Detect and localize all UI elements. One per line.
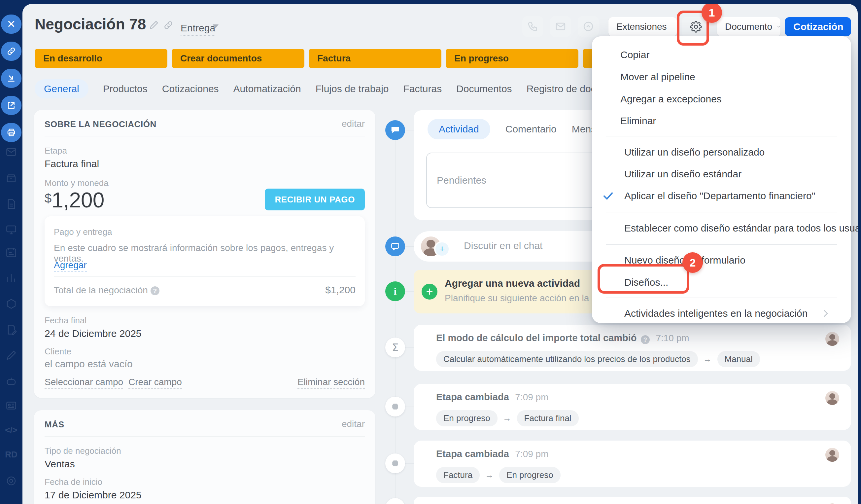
- print-button[interactable]: [1, 123, 22, 142]
- stage-bar-1[interactable]: En desarrollo: [35, 49, 167, 68]
- start-date-value[interactable]: 17 de Diciembre 2025: [44, 489, 142, 501]
- menu-item-eliminar[interactable]: Eliminar: [620, 114, 656, 128]
- edit-about-link[interactable]: editar: [342, 119, 365, 129]
- close-panel-button[interactable]: ✕: [1, 15, 22, 34]
- quote-button[interactable]: Cotización: [785, 17, 851, 36]
- menu-item-mover-al-pipeline[interactable]: Mover al pipeline: [620, 70, 695, 84]
- tasks-icon[interactable]: [5, 246, 18, 259]
- pipeline-selector[interactable]: Entrega: [181, 23, 215, 36]
- stage-bar-3[interactable]: Factura: [309, 49, 441, 68]
- timeline-tab-comentario[interactable]: Comentario: [505, 119, 557, 139]
- delete-section-link[interactable]: Eliminar sección: [298, 377, 365, 389]
- pencil-icon[interactable]: [5, 349, 18, 362]
- timeline-entry: Etapa cambiada 7:09 pm Factura → En prog…: [414, 440, 851, 487]
- client-empty-value[interactable]: el campo está vacío: [44, 358, 133, 370]
- receive-payment-button[interactable]: RECIBIR UN PAGO: [265, 189, 365, 210]
- copy-link-button[interactable]: [1, 42, 22, 61]
- change-to-chip: En progreso: [499, 467, 561, 483]
- final-date-label: Fecha final: [44, 315, 86, 326]
- timeline-connector: [405, 463, 414, 464]
- deal-type-value[interactable]: Ventas: [44, 459, 75, 469]
- entry-title-row: Etapa cambiada 7:09 pm: [436, 392, 548, 403]
- menu-item-diseno-estandar[interactable]: Utilizar un diseño estándar: [624, 167, 741, 181]
- create-field-link[interactable]: Crear campo: [128, 377, 182, 389]
- sum-marker-icon: Σ: [385, 338, 405, 357]
- tab-facturas[interactable]: Facturas: [403, 79, 442, 98]
- tab-flujos[interactable]: Flujos de trabajo: [316, 79, 389, 98]
- menu-item-agregar-a-excepciones[interactable]: Agregar a excepciones: [620, 92, 722, 106]
- stage-bar-2[interactable]: Crear documentos: [172, 49, 304, 68]
- id-card-icon[interactable]: [5, 399, 18, 412]
- final-date-value[interactable]: 24 de Diciembre 2025: [44, 328, 142, 339]
- menu-item-aplicar-diseno[interactable]: Aplicar el diseño "Departamento financie…: [624, 189, 815, 203]
- call-button[interactable]: [522, 16, 543, 37]
- extensions-button[interactable]: Extensiones: [609, 17, 677, 36]
- tab-cotizaciones[interactable]: Cotizaciones: [162, 79, 219, 98]
- help-icon[interactable]: ?: [641, 335, 650, 344]
- code-icon[interactable]: </>: [5, 423, 18, 437]
- stage-marker-icon: [385, 453, 405, 473]
- main-panel: Negociación 78 Entrega Extensiones Docum…: [23, 4, 858, 504]
- pencil-icon: [149, 20, 159, 30]
- stage-bar-4[interactable]: En progreso: [446, 49, 578, 68]
- menu-item-establecer-diseno-estandar[interactable]: Establecer como diseño estándar para tod…: [624, 221, 858, 235]
- copy-link-title-button[interactable]: [163, 20, 174, 30]
- stage-marker-icon: [385, 498, 405, 504]
- about-deal-card: SOBRE LA NEGOCIACIÓN editar Etapa Factur…: [34, 110, 375, 398]
- tab-general[interactable]: General: [35, 79, 88, 98]
- chevron-right-icon: [821, 309, 831, 318]
- start-date-label: Fecha de inicio: [44, 477, 102, 487]
- timeline-connector: [405, 130, 414, 131]
- hexagon-icon[interactable]: [5, 297, 18, 311]
- sidebar: </> RD ✕: [0, 0, 23, 504]
- tab-documentos[interactable]: Documentos: [456, 79, 512, 98]
- document-icon[interactable]: [5, 197, 18, 211]
- select-field-link[interactable]: Seleccionar campo: [44, 377, 123, 389]
- chart-icon[interactable]: [5, 272, 18, 285]
- edit-more-link[interactable]: editar: [342, 419, 365, 430]
- divider: [44, 136, 365, 136]
- robot-icon[interactable]: [5, 374, 18, 388]
- menu-item-copiar[interactable]: Copiar: [620, 47, 650, 62]
- entry-change-row: En progreso → Factura final: [436, 410, 579, 426]
- storage-box-icon[interactable]: [5, 172, 18, 185]
- link-icon: [6, 46, 16, 56]
- document-button[interactable]: Documento: [717, 17, 780, 36]
- add-payment-link[interactable]: Agregar: [54, 260, 87, 272]
- mail-icon[interactable]: [5, 145, 18, 159]
- email-button[interactable]: [550, 16, 571, 37]
- amount-value[interactable]: $1,200: [44, 188, 104, 213]
- mail-icon: [555, 21, 566, 32]
- timeline-connector: [405, 348, 414, 348]
- menu-item-diseno-personalizado[interactable]: Utilizar un diseño personalizado: [624, 145, 765, 160]
- document-edit-icon[interactable]: [5, 323, 18, 336]
- settings-sidebar-icon[interactable]: [5, 474, 18, 488]
- annotation-step-2: 2: [682, 252, 703, 273]
- entry-title: El modo de cálculo del importe total cam…: [436, 332, 637, 343]
- total-value: $1,200: [325, 284, 356, 296]
- rd-icon[interactable]: RD: [5, 448, 18, 461]
- open-new-window-button[interactable]: [1, 96, 22, 115]
- entry-change-row: Calcular automáticamente utilizando los …: [436, 351, 760, 367]
- add-participant-icon[interactable]: +: [434, 241, 450, 257]
- stage-marker-icon: [385, 397, 405, 417]
- entry-title-row: El modo de cálculo del importe total cam…: [436, 332, 689, 344]
- collapse-button[interactable]: [1, 69, 22, 88]
- entry-time: 7:10 pm: [656, 333, 689, 343]
- menu-item-actividades-inteligentes[interactable]: Actividades inteligentes en la negociaci…: [624, 306, 807, 321]
- change-from-chip: Calcular automáticamente utilizando los …: [436, 351, 698, 367]
- chevron-down-icon: [777, 23, 780, 31]
- timeline-tab-actividad[interactable]: Actividad: [427, 119, 490, 139]
- stage-field-value[interactable]: Factura final: [44, 158, 99, 169]
- entry-time: 7:09 pm: [515, 392, 548, 402]
- monitor-icon[interactable]: [5, 223, 18, 236]
- edit-title-button[interactable]: [149, 20, 159, 30]
- amount-field-label: Monto y moneda: [44, 178, 109, 188]
- help-icon[interactable]: ?: [151, 286, 160, 295]
- tab-automatizacion[interactable]: Automatización: [233, 79, 301, 98]
- tab-productos[interactable]: Productos: [103, 79, 148, 98]
- chat-button[interactable]: [578, 16, 599, 37]
- banner-title: Agregar una nueva actividad: [445, 278, 580, 289]
- client-label: Cliente: [44, 346, 71, 357]
- plus-icon: +: [422, 284, 437, 300]
